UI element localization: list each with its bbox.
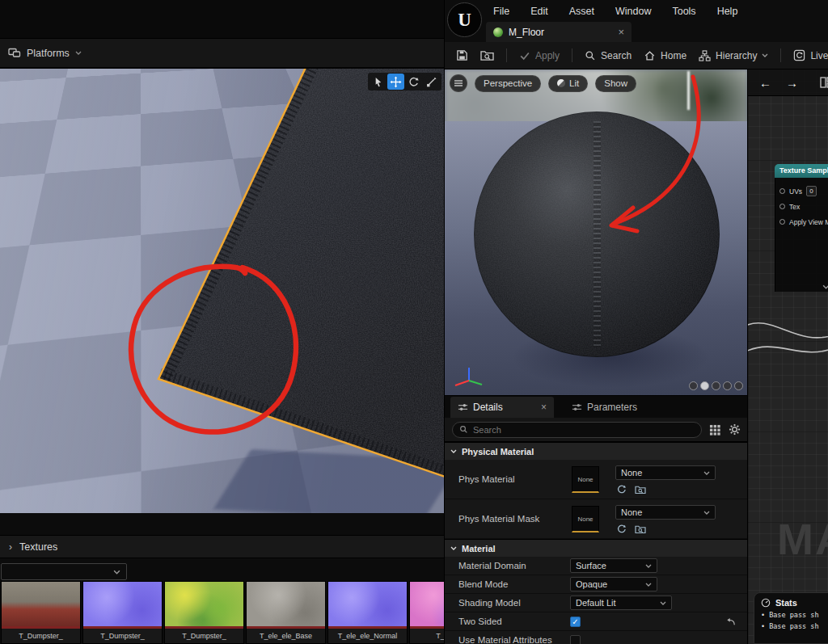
menu-file[interactable]: File	[493, 6, 509, 17]
shading-model-label: Shading Model	[458, 598, 570, 608]
home-button[interactable]: Home	[644, 50, 686, 61]
pin-label: Tex	[789, 203, 800, 211]
menu-asset[interactable]: Asset	[569, 6, 594, 17]
material-editor-toolbar: Apply Search Home Hierarchy Live Up	[445, 42, 828, 69]
texture-thumbnail[interactable]: T_Dumpster_	[82, 581, 163, 644]
live-update-button[interactable]: Live Up	[793, 49, 828, 61]
texture-thumbnail[interactable]: T_Dumpster_	[1, 581, 81, 644]
browse-to-asset-button[interactable]	[480, 49, 494, 61]
search-icon	[585, 50, 596, 61]
close-icon[interactable]: ×	[618, 26, 624, 38]
use-material-attributes-checkbox[interactable]	[570, 635, 581, 644]
level-editor-panel: Platforms	[0, 0, 444, 644]
details-search-row	[445, 418, 748, 442]
menu-window[interactable]: Window	[615, 6, 651, 17]
platforms-toolbar: Platforms	[0, 39, 444, 69]
platforms-button[interactable]: Platforms	[27, 48, 70, 59]
level-viewport[interactable]	[0, 69, 444, 513]
search-input[interactable]	[473, 425, 695, 435]
menu-tools[interactable]: Tools	[672, 6, 695, 17]
textures-header-label: Textures	[19, 541, 57, 553]
folder-search-icon	[480, 49, 494, 61]
search-button[interactable]: Search	[585, 50, 632, 61]
forward-button[interactable]: →	[786, 76, 798, 90]
pin-tex[interactable]: Tex	[775, 199, 828, 214]
browse-asset-icon[interactable]	[635, 485, 646, 495]
menu-edit[interactable]: Edit	[530, 6, 548, 17]
search-field[interactable]	[452, 422, 702, 438]
pin-icon[interactable]	[779, 204, 785, 209]
phys-material-row: Phys Material None None	[445, 460, 748, 499]
display-filter-icon[interactable]	[709, 424, 721, 436]
phys-material-mask-asset-thumb[interactable]: None	[572, 506, 599, 532]
apply-button[interactable]: Apply	[519, 50, 560, 61]
pin-value-input[interactable]: 0	[806, 186, 817, 196]
texture-thumbnail[interactable]: T_Dumpster_	[164, 581, 244, 644]
pin-icon[interactable]	[779, 219, 785, 225]
phys-material-mask-dropdown[interactable]: None	[615, 505, 716, 520]
live-update-label: Live Up	[810, 50, 828, 61]
texture-sample-node[interactable]: Texture Sample UVs 0 Tex Apply View Mi	[775, 164, 828, 292]
viewport-menu-button[interactable]	[450, 74, 467, 92]
pin-label: Apply View Mi	[789, 218, 828, 226]
live-update-icon	[793, 49, 805, 61]
stats-item: Base pass sh	[761, 611, 828, 619]
chevron-down-icon	[645, 583, 652, 587]
shading-model-dropdown[interactable]: Default Lit	[570, 596, 672, 610]
node-expand-chevron[interactable]	[822, 284, 828, 289]
rotate-tool-icon[interactable]	[405, 74, 422, 90]
browse-asset-icon[interactable]	[635, 524, 646, 534]
material-preview-viewport[interactable]: Perspective Lit Show	[445, 69, 748, 395]
texture-thumbnail[interactable]: T_ele_e	[409, 581, 444, 644]
tab-details[interactable]: Details ×	[450, 397, 554, 418]
blend-mode-dropdown[interactable]: Opaque	[570, 577, 657, 591]
cylinder-shape-button[interactable]	[689, 381, 698, 390]
phys-material-dropdown[interactable]: None	[615, 465, 716, 480]
texture-filter-dropdown[interactable]	[1, 563, 127, 580]
asset-tab-mfloor[interactable]: M_Floor ×	[486, 22, 632, 42]
toolbar-separator	[572, 48, 572, 62]
use-selected-icon[interactable]	[616, 484, 627, 495]
material-graph-panel[interactable]: MA Texture Sample UVs 0 Tex Apply View M…	[747, 69, 828, 644]
save-button[interactable]	[456, 49, 468, 61]
graph-watermark: MA	[777, 514, 828, 564]
toolbar-separator	[506, 48, 507, 62]
select-cursor-icon[interactable]	[370, 74, 387, 90]
tab-parameters[interactable]: Parameters	[564, 397, 644, 418]
two-sided-checkbox[interactable]: ✓	[570, 617, 581, 627]
asphalt-noise	[158, 69, 444, 481]
phys-material-mask-row: Phys Material Mask None None	[445, 499, 748, 539]
gear-icon[interactable]	[729, 423, 741, 436]
chevron-down-icon	[660, 601, 666, 605]
scale-tool-icon[interactable]	[423, 74, 440, 90]
texture-thumbnail[interactable]: T_ele_ele_Normal	[327, 581, 408, 644]
layout-panes-icon[interactable]	[820, 77, 828, 88]
textures-header[interactable]: › Textures	[0, 535, 444, 558]
asset-tab-bar: M_Floor ×	[445, 22, 828, 42]
custom-mesh-button[interactable]	[734, 381, 743, 390]
plane-shape-button[interactable]	[712, 381, 720, 390]
menu-help[interactable]: Help	[717, 6, 738, 17]
dropdown-value: Surface	[576, 561, 606, 570]
close-icon[interactable]: ×	[541, 402, 547, 413]
section-material[interactable]: Material	[445, 539, 748, 557]
node-header[interactable]: Texture Sample	[775, 164, 828, 178]
hierarchy-icon	[699, 50, 711, 61]
use-selected-icon[interactable]	[616, 524, 627, 534]
cube-shape-button[interactable]	[723, 381, 732, 390]
lit-mode-button[interactable]: Lit	[548, 75, 588, 92]
sphere-shape-button[interactable]	[700, 381, 709, 390]
pin-uvs[interactable]: UVs 0	[775, 183, 828, 199]
hierarchy-button[interactable]: Hierarchy	[699, 50, 768, 61]
pin-apply-view-mip[interactable]: Apply View Mi	[775, 214, 828, 229]
section-physical-material[interactable]: Physical Material	[445, 442, 748, 460]
move-tool-icon[interactable]	[387, 74, 404, 90]
texture-thumbnail[interactable]: T_ele_ele_Base	[246, 581, 326, 644]
back-button[interactable]: ←	[759, 76, 771, 90]
perspective-button[interactable]: Perspective	[475, 75, 541, 92]
material-domain-dropdown[interactable]: Surface	[570, 558, 657, 573]
pin-icon[interactable]	[779, 188, 785, 194]
phys-material-asset-thumb[interactable]: None	[572, 466, 599, 493]
show-button[interactable]: Show	[595, 75, 636, 92]
reset-to-default-icon[interactable]	[726, 617, 736, 626]
